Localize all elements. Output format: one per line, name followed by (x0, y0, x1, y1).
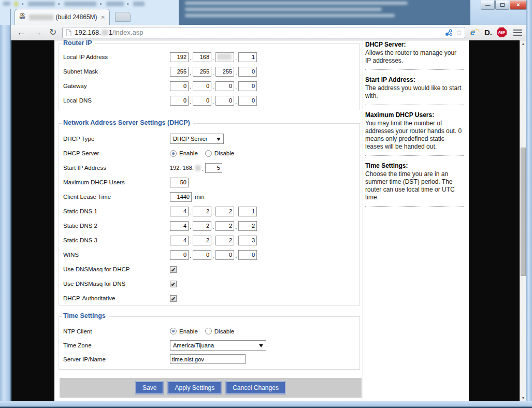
proxy-extension-icon[interactable] (444, 28, 453, 37)
form-row-dhcp-type: DHCP Type DHCP Server (59, 132, 360, 146)
breadcrumb-sep-icon: ▸ (59, 1, 61, 6)
close-button[interactable]: ✕ (510, 1, 527, 10)
cancel-changes-button[interactable]: Cancel Changes (226, 382, 285, 394)
internet-explorer-icon[interactable]: e (470, 28, 480, 37)
ntp-enable-radio[interactable] (170, 328, 177, 334)
breadcrumb-sep-icon: ▸ (22, 1, 24, 6)
wins-octet-1[interactable] (170, 250, 189, 260)
form-row-timezone: Time Zone America/Tijuana (59, 338, 360, 352)
help-body: Choose the time you are in an summer tim… (365, 170, 464, 201)
gateway-octet-3[interactable] (215, 81, 234, 91)
dns2-octet-2[interactable] (193, 221, 211, 231)
content-help-divider (363, 40, 363, 401)
localdns-octet-1[interactable] (170, 96, 189, 106)
help-body: Allows the router to manage your IP addr… (365, 49, 464, 65)
form-row-start-ip: Start IP Address 192. 168. . (59, 161, 360, 175)
url-bar[interactable]: 192.168. 1 /index.asp ☆ (62, 27, 465, 38)
local-ip-octet-4[interactable] (238, 52, 257, 62)
max-dhcp-users-input[interactable] (170, 178, 189, 187)
window-border-bottom (0, 401, 532, 408)
dns2-octet-3[interactable] (215, 221, 234, 231)
url-text: 192.168. 1 /index.asp (75, 28, 143, 36)
page-document-icon (66, 29, 71, 36)
help-sidebar: DHCP Server: Allows the router to manage… (365, 40, 465, 208)
dns1-octet-4[interactable] (238, 207, 257, 216)
dhcp-authoritative-checkbox[interactable]: ✔ (170, 295, 177, 302)
scroll-down-icon[interactable]: ▼ (520, 395, 526, 401)
desktop-edge-left (0, 0, 11, 408)
subnet-octet-3[interactable] (215, 67, 234, 77)
dns1-octet-2[interactable] (193, 207, 211, 216)
chrome-menu-icon[interactable] (511, 30, 526, 36)
maximize-button[interactable] (495, 1, 509, 10)
dns3-octet-1[interactable] (170, 236, 189, 245)
dnsmasq-dns-checkbox[interactable]: ✔ (170, 281, 177, 287)
form-row-subnet: Subnet Mask . . . (59, 64, 360, 79)
dnsmasq-dhcp-checkbox[interactable]: ✔ (170, 266, 177, 273)
localdns-octet-3[interactable] (215, 96, 234, 106)
dhcp-server-enable-radio[interactable] (170, 150, 177, 157)
dns3-octet-3[interactable] (215, 236, 234, 245)
window-controls: — ✕ (481, 1, 527, 10)
close-icon: ✕ (516, 2, 520, 8)
tab-close-icon[interactable]: ✕ (100, 14, 106, 21)
forward-icon[interactable]: → (30, 28, 46, 37)
tab-title-redacted (29, 14, 53, 20)
localdns-octet-4[interactable] (238, 96, 257, 106)
wins-octet-4[interactable] (238, 250, 257, 260)
dns3-octet-2[interactable] (193, 236, 211, 245)
save-button[interactable]: Save (136, 382, 163, 394)
dns2-octet-1[interactable] (170, 221, 189, 231)
client-lease-time-input[interactable] (170, 192, 192, 202)
action-button-bar: Save Apply Settings Cancel Changes (60, 378, 362, 398)
local-ip-octet-2[interactable] (193, 52, 211, 62)
form-row-ntp: NTP Client Enable Disable (59, 324, 360, 338)
subnet-octet-2[interactable] (193, 67, 211, 77)
dns1-octet-1[interactable] (170, 207, 189, 216)
back-icon[interactable]: ← (13, 28, 30, 37)
wins-octet-3[interactable] (215, 250, 234, 260)
bookmark-star-icon[interactable]: ☆ (456, 28, 463, 37)
wins-octet-2[interactable] (193, 250, 211, 260)
dns2-octet-4[interactable] (238, 221, 257, 231)
ntp-server-input[interactable] (170, 354, 246, 364)
scrollbar-thumb[interactable] (521, 148, 526, 276)
form-row-dnsmasq-dns: Use DNSMasq for DNS ✔ (59, 276, 360, 291)
screen: ▸ ▸ ▸ ▸ — ✕ DD WRT (build 24865M) ✕ (0, 0, 532, 408)
apply-settings-button[interactable]: Apply Settings (168, 382, 221, 394)
gateway-octet-2[interactable] (193, 81, 211, 91)
new-tab-button[interactable] (115, 12, 131, 22)
ddwrt-favicon-icon: DD WRT (18, 13, 26, 21)
help-title: Start IP Address: (365, 76, 464, 83)
page-scrollbar[interactable]: ▲ ▼ (520, 40, 526, 401)
subnet-octet-1[interactable] (170, 67, 189, 77)
adblock-plus-icon[interactable]: ABP (497, 27, 507, 37)
ntp-disable-radio[interactable] (205, 328, 212, 334)
breadcrumb-sep-icon: ▸ (127, 1, 130, 6)
dns1-octet-3[interactable] (215, 207, 234, 216)
section-title: Time Settings (62, 312, 109, 319)
browser-toolbar: ← → ↻ 192.168. 1 /index.asp ☆ (10, 25, 526, 40)
gateway-octet-1[interactable] (170, 81, 189, 91)
refresh-icon[interactable]: ↻ (46, 28, 60, 37)
timezone-select[interactable]: America/Tijuana (170, 340, 266, 351)
help-divider (365, 69, 464, 70)
gateway-octet-4[interactable] (238, 81, 257, 91)
form-row-static-dns-1: Static DNS 1 . . . (59, 204, 360, 218)
form-row-local-dns: Local DNS . . . (59, 93, 360, 108)
start-ip-input[interactable] (205, 163, 222, 173)
local-ip-octet-1[interactable] (170, 52, 189, 62)
background-webpage-window (179, 0, 470, 25)
dns3-octet-4[interactable] (238, 236, 257, 245)
minimize-button[interactable]: — (481, 1, 495, 10)
form-row-max-users: Maximum DHCP Users (59, 175, 360, 190)
form-row-local-ip: Local IP Address . . . (59, 50, 360, 64)
scroll-up-icon[interactable]: ▲ (520, 40, 526, 47)
subnet-octet-4[interactable] (238, 67, 257, 77)
browser-tab[interactable]: DD WRT (build 24865M) ✕ (15, 9, 110, 25)
localdns-octet-2[interactable] (193, 96, 211, 106)
breadcrumb-sep-icon: ▸ (100, 1, 103, 6)
dhcp-type-select[interactable]: DHCP Server (170, 134, 224, 144)
dhcp-server-disable-radio[interactable] (205, 150, 212, 157)
d-extension-icon[interactable]: D. (484, 28, 492, 37)
